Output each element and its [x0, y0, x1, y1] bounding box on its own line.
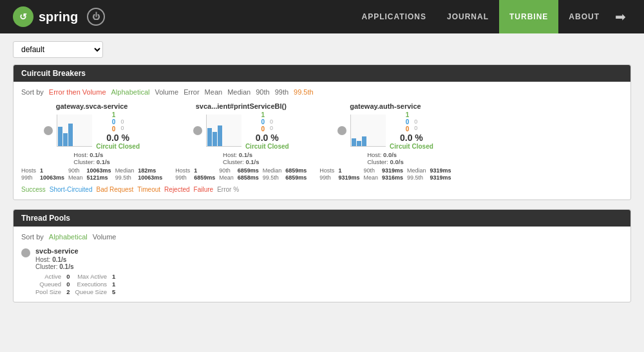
thread-pools-body: Sort by Alphabetical Volume svcb-service… — [14, 227, 630, 302]
cb-card-1-inner: 1 0 0 0 0 0.0 % — [193, 111, 289, 150]
legend-failure: Failure — [194, 186, 214, 193]
cb-card-1-circle — [193, 126, 202, 135]
num-blue: 0 — [406, 118, 410, 125]
sort-error-volume[interactable]: Error then Volume — [49, 88, 106, 96]
cb-card-0-inner: 1 0 0 0 0 0.0 % — [44, 111, 140, 150]
sort-label: Sort by — [21, 88, 44, 96]
cb-card-1-status: Circuit Closed — [245, 143, 289, 150]
num-green: 1 — [406, 111, 410, 118]
num-green: 1 — [261, 111, 265, 118]
cb-card-1-title: svca...ient#printServiceBl() — [196, 102, 287, 110]
logout-icon[interactable]: ➡ — [610, 9, 631, 24]
sort-bar: Sort by Error then Volume Alphabetical V… — [21, 88, 623, 96]
cb-card-0-nums: 1 0 0 0 0 0.0 % — [96, 111, 140, 150]
legend-short-circuited: Short-Circuited — [50, 186, 93, 193]
num-orange: 0 — [406, 125, 410, 133]
bar — [362, 136, 366, 146]
nums-col1: 1 0 0 — [406, 111, 410, 133]
num2-top — [121, 111, 123, 118]
bar — [218, 125, 222, 146]
tp-sort-volume[interactable]: Volume — [93, 233, 117, 241]
sort-mean[interactable]: Mean — [205, 88, 223, 96]
cb-cards: gateway.svca-service 1 0 — [21, 102, 623, 181]
cb-card-0-chart — [57, 115, 92, 147]
legend-timeout: Timeout — [137, 186, 160, 193]
bar — [58, 127, 62, 146]
cb-card-0-circle — [44, 126, 53, 135]
cb-num-row: 1 0 0 0 0 — [261, 111, 273, 133]
cb-card-2-details: Hosts1 90th9319ms Median9319ms 99th9319m… — [319, 167, 451, 181]
num-zero: 0 — [120, 118, 124, 125]
cb-card-1-details: Hosts1 90th6859ms Median6859ms 99th6859m… — [175, 167, 307, 181]
header: ↺ spring ⏻ APPLICATIONS JOURNAL TURBINE … — [0, 0, 644, 33]
cb-card-0-percent: 0.0 % — [106, 133, 129, 143]
nav-turbine[interactable]: TURBINE — [499, 0, 558, 33]
sort-99th[interactable]: 99th — [275, 88, 289, 96]
bar — [213, 132, 217, 146]
bar — [63, 133, 68, 146]
num-zero: 0 — [270, 118, 273, 125]
tp-sort-label: Sort by — [21, 233, 44, 241]
cb-card-2-circle — [337, 126, 346, 135]
nav-about[interactable]: ABOUT — [558, 0, 610, 33]
num-orange: 0 — [261, 125, 265, 133]
sort-median[interactable]: Median — [227, 88, 251, 96]
spring-logo-icon: ↺ — [13, 6, 33, 27]
legend-success: Success — [21, 186, 46, 193]
cb-num-row: 1 0 0 0 0 — [406, 111, 418, 133]
tp-card-0-circle — [21, 248, 30, 257]
bar — [68, 124, 73, 146]
bar — [207, 128, 212, 146]
nav: APPLICATIONS JOURNAL TURBINE ABOUT ➡ — [352, 0, 631, 33]
cb-card-1: svca...ient#printServiceBl() 1 — [175, 102, 307, 181]
sort-90th[interactable]: 90th — [256, 88, 269, 96]
sort-995th[interactable]: 99.5th — [294, 88, 314, 96]
logo: ↺ spring ⏻ — [13, 6, 105, 27]
nums-col2: 0 0 — [414, 111, 417, 133]
num2-top — [270, 111, 272, 118]
cb-card-2-chart — [350, 115, 386, 147]
tp-card-0-grid: Active 0 Max Active 1 Queued 0 Execution… — [35, 273, 115, 295]
num-blue: 0 — [261, 118, 265, 125]
nums-col2: 0 0 — [270, 111, 273, 133]
tp-card-0-details: svcb-service Host: 0.1/s Cluster: 0.1/s … — [35, 247, 115, 295]
bar — [357, 141, 361, 146]
main-content: default Cuircuit Breakers Sort by Error … — [0, 33, 644, 352]
cb-card-2-percent: 0.0 % — [400, 133, 423, 143]
cluster-dropdown[interactable]: default — [13, 41, 103, 58]
dropdown-row: default — [13, 41, 631, 58]
sort-error[interactable]: Error — [184, 88, 199, 96]
cb-card-0-host: Host: 0.1/s Cluster: 0.1/s — [73, 151, 110, 165]
tp-card-0-cluster: Cluster: 0.1/s — [35, 263, 115, 270]
sort-volume[interactable]: Volume — [155, 88, 178, 96]
cb-card-2-nums: 1 0 0 0 0 0.0 % — [390, 111, 433, 150]
nav-journal[interactable]: JOURNAL — [437, 0, 499, 33]
logo-text: spring — [39, 10, 78, 24]
num-blue: 0 — [112, 118, 116, 125]
cb-card-1-nums: 1 0 0 0 0 0.0 % — [245, 111, 289, 150]
circuit-breakers-header: Cuircuit Breakers — [14, 65, 630, 82]
num-zero2: 0 — [270, 125, 273, 131]
circuit-breakers-title: Cuircuit Breakers — [21, 69, 86, 78]
cb-card-2: gateway.auth-service 1 0 — [319, 102, 451, 181]
cb-card-0: gateway.svca-service 1 0 — [21, 102, 162, 181]
num-orange: 0 — [112, 125, 116, 133]
nav-applications[interactable]: APPLICATIONS — [352, 0, 437, 33]
cb-card-1-host: Host: 0.1/s Cluster: 0.1/s — [223, 151, 260, 165]
legend-error: Error % — [217, 186, 239, 193]
legend-rejected: Rejected — [164, 186, 189, 193]
num-zero2: 0 — [120, 125, 124, 131]
cb-card-0-title: gateway.svca-service — [56, 102, 128, 110]
legend-bad-request: Bad Request — [97, 186, 134, 193]
tp-card-0-left — [21, 247, 30, 257]
cb-card-2-host: Host: 0.0/s Cluster: 0.0/s — [367, 151, 404, 165]
num-zero2: 0 — [414, 125, 417, 131]
tp-sort-alphabetical[interactable]: Alphabetical — [49, 233, 88, 241]
nums-col1: 1 0 0 — [112, 111, 116, 133]
thread-pools-header: Thread Pools — [14, 210, 630, 227]
nums-col2: 0 0 — [120, 111, 124, 133]
tp-card-0-title: svcb-service — [35, 247, 115, 255]
sort-alphabetical[interactable]: Alphabetical — [111, 88, 150, 96]
power-icon[interactable]: ⏻ — [87, 8, 105, 26]
cb-card-0-status: Circuit Closed — [96, 143, 140, 150]
